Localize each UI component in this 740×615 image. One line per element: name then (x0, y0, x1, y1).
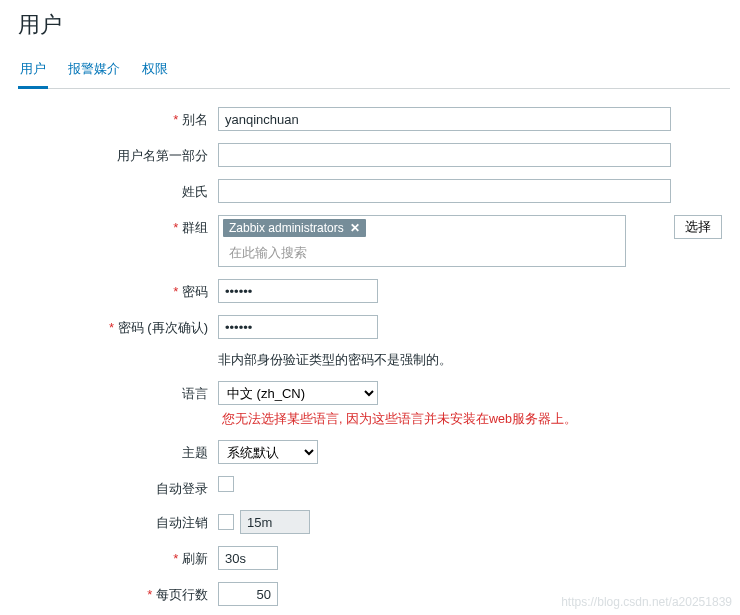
refresh-input[interactable] (218, 546, 278, 570)
tab-user[interactable]: 用户 (18, 52, 48, 89)
language-warning: 您无法选择某些语言, 因为这些语言并未安装在web服务器上。 (218, 411, 577, 428)
user-form: 别名 用户名第一部分 姓氏 群组 Zabbix administrators ✕ (0, 89, 740, 615)
name-input[interactable] (218, 143, 671, 167)
label-name: 用户名第一部分 (18, 143, 218, 165)
autologin-checkbox[interactable] (218, 476, 234, 492)
autologout-checkbox[interactable] (218, 514, 234, 530)
label-password: 密码 (18, 279, 218, 301)
label-alias: 别名 (18, 107, 218, 129)
group-tag[interactable]: Zabbix administrators ✕ (223, 219, 366, 237)
label-language: 语言 (18, 381, 218, 403)
password-confirm-input[interactable] (218, 315, 378, 339)
autologout-input (240, 510, 310, 534)
label-autologin: 自动登录 (18, 476, 218, 498)
label-surname: 姓氏 (18, 179, 218, 201)
groups-multiselect[interactable]: Zabbix administrators ✕ (218, 215, 626, 267)
tab-permissions[interactable]: 权限 (140, 52, 170, 88)
groups-search-input[interactable] (223, 240, 621, 264)
label-theme: 主题 (18, 440, 218, 462)
select-groups-button[interactable]: 选择 (674, 215, 722, 239)
group-tag-label: Zabbix administrators (229, 221, 344, 235)
rows-input[interactable] (218, 582, 278, 606)
tab-media[interactable]: 报警媒介 (66, 52, 122, 88)
language-select[interactable]: 中文 (zh_CN) (218, 381, 378, 405)
label-refresh: 刷新 (18, 546, 218, 568)
tabs: 用户 报警媒介 权限 (18, 52, 730, 89)
surname-input[interactable] (218, 179, 671, 203)
page-title: 用户 (0, 0, 740, 52)
label-password2: 密码 (再次确认) (18, 315, 218, 337)
label-rows: 每页行数 (18, 582, 218, 604)
password-input[interactable] (218, 279, 378, 303)
alias-input[interactable] (218, 107, 671, 131)
label-groups: 群组 (18, 215, 218, 237)
label-autologout: 自动注销 (18, 510, 218, 532)
remove-group-icon[interactable]: ✕ (350, 221, 360, 235)
password-hint: 非内部身份验证类型的密码不是强制的。 (218, 351, 452, 369)
theme-select[interactable]: 系统默认 (218, 440, 318, 464)
